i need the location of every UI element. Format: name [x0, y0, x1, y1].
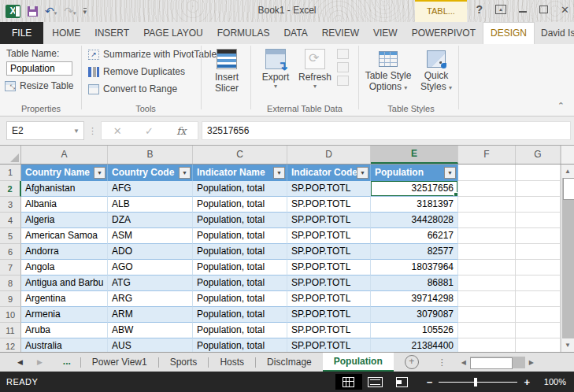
- cell-country-name[interactable]: Armenia: [21, 307, 108, 323]
- ribbon-tab-home[interactable]: HOME: [45, 22, 87, 44]
- cell-indicator-code[interactable]: SP.POP.TOTL: [287, 323, 371, 338]
- cell-country-name[interactable]: Algeria: [21, 213, 108, 228]
- sheet-tab-sports[interactable]: Sports: [159, 353, 209, 372]
- cell-country-name[interactable]: Aruba: [21, 323, 108, 338]
- cell-indicator-code[interactable]: SP.POP.TOTL: [287, 197, 371, 213]
- previous-sheet-icon[interactable]: ◀: [17, 358, 23, 366]
- cell-population[interactable]: 105526: [371, 323, 458, 338]
- table-header-cell-country-code[interactable]: Country Code▼: [108, 165, 193, 181]
- vertical-scroll-thumb[interactable]: [563, 178, 574, 200]
- cell-indicator-name[interactable]: Population, total: [193, 260, 287, 276]
- table-name-input[interactable]: [6, 61, 72, 76]
- column-header-e[interactable]: E: [371, 146, 458, 164]
- name-box[interactable]: E2 ▼: [6, 121, 84, 140]
- row-header-12[interactable]: 12: [0, 338, 21, 352]
- cell-country-code[interactable]: ADO: [108, 244, 193, 260]
- empty-cell[interactable]: [516, 276, 561, 291]
- row-header-11[interactable]: 11: [0, 323, 21, 338]
- ribbon-tab-powerpivot[interactable]: POWERPIVOT: [405, 22, 483, 44]
- row-header-7[interactable]: 7: [0, 260, 21, 276]
- table-header-cell-indicator-name[interactable]: Indicator Name▼: [193, 165, 287, 181]
- filter-dropdown-icon[interactable]: ▼: [179, 167, 191, 179]
- formula-input[interactable]: 32517656: [202, 121, 571, 140]
- summarize-with-pivottable-button[interactable]: ↗ Summarize with PivotTable: [88, 49, 217, 60]
- normal-view-button[interactable]: [335, 374, 362, 390]
- cell-country-name[interactable]: Andorra: [21, 244, 108, 260]
- unlink-icon[interactable]: [337, 76, 349, 86]
- column-header-c[interactable]: C: [193, 146, 287, 164]
- sheet-tab-power-view1[interactable]: Power View1: [81, 353, 158, 372]
- cell-country-name[interactable]: Argentina: [21, 291, 108, 307]
- cell-country-name[interactable]: Australia: [21, 338, 108, 352]
- cell-indicator-name[interactable]: Population, total: [193, 213, 287, 228]
- cell-population[interactable]: 66217: [371, 228, 458, 244]
- horizontal-scrollbar[interactable]: ◀ ▶: [457, 356, 538, 369]
- maximize-icon[interactable]: [539, 6, 548, 13]
- cell-indicator-code[interactable]: SP.POP.TOTL: [287, 244, 371, 260]
- ribbon-tab-page-layou[interactable]: PAGE LAYOU: [136, 22, 210, 44]
- cell-country-code[interactable]: ATG: [108, 276, 193, 291]
- cell-country-code[interactable]: ARM: [108, 307, 193, 323]
- cell-indicator-name[interactable]: Population, total: [193, 228, 287, 244]
- empty-cell[interactable]: [516, 165, 561, 181]
- convert-to-range-button[interactable]: Convert to Range: [88, 83, 177, 94]
- empty-cell[interactable]: [458, 260, 516, 276]
- cell-country-code[interactable]: ALB: [108, 197, 193, 213]
- ribbon-display-options-icon[interactable]: ▴: [495, 5, 506, 14]
- cell-indicator-name[interactable]: Population, total: [193, 244, 287, 260]
- insert-slicer-button[interactable]: Insert Slicer: [206, 47, 247, 94]
- cancel-entry-icon[interactable]: ✕: [113, 125, 122, 137]
- cell-population[interactable]: 18037964: [371, 260, 458, 276]
- cell-country-name[interactable]: Albania: [21, 197, 108, 213]
- filter-dropdown-icon[interactable]: ▼: [273, 167, 285, 179]
- empty-cell[interactable]: [458, 276, 516, 291]
- empty-cell[interactable]: [516, 291, 561, 307]
- scroll-down-icon[interactable]: ▼: [561, 338, 574, 352]
- table-tools-contextual-tab[interactable]: TABL...: [415, 0, 467, 22]
- cell-country-code[interactable]: ASM: [108, 228, 193, 244]
- minimize-icon[interactable]: [519, 11, 527, 14]
- scroll-left-icon[interactable]: ◀: [457, 359, 470, 366]
- ribbon-tab-formulas[interactable]: FORMULAS: [210, 22, 277, 44]
- cell-indicator-name[interactable]: Population, total: [193, 276, 287, 291]
- horizontal-scroll-track[interactable]: [470, 357, 525, 368]
- cell-indicator-name[interactable]: Population, total: [193, 338, 287, 352]
- empty-cell[interactable]: [516, 307, 561, 323]
- cell-country-code[interactable]: ABW: [108, 323, 193, 338]
- row-header-9[interactable]: 9: [0, 291, 21, 307]
- filter-dropdown-icon[interactable]: ▼: [444, 167, 456, 179]
- cell-population[interactable]: 39714298: [371, 291, 458, 307]
- empty-cell[interactable]: [458, 165, 516, 181]
- filter-dropdown-icon[interactable]: ▼: [94, 167, 106, 179]
- name-box-dropdown-icon[interactable]: ▼: [69, 128, 83, 135]
- cell-indicator-name[interactable]: Population, total: [193, 323, 287, 338]
- cell-indicator-code[interactable]: SP.POP.TOTL: [287, 213, 371, 228]
- table-style-options-button[interactable]: Table Style Options ▾: [364, 47, 413, 92]
- cell-indicator-code[interactable]: SP.POP.TOTL: [287, 276, 371, 291]
- close-icon[interactable]: ✕: [561, 4, 569, 16]
- column-header-f[interactable]: F: [458, 146, 516, 164]
- cell-indicator-code[interactable]: SP.POP.TOTL: [287, 181, 371, 197]
- empty-cell[interactable]: [458, 197, 516, 213]
- user-name[interactable]: David Ise...: [541, 28, 574, 39]
- column-header-g[interactable]: G: [516, 146, 561, 164]
- table-header-cell-indicator-code[interactable]: Indicator Code▼: [287, 165, 371, 181]
- cell-indicator-code[interactable]: SP.POP.TOTL: [287, 228, 371, 244]
- cell-indicator-name[interactable]: Population, total: [193, 197, 287, 213]
- row-header-6[interactable]: 6: [0, 244, 21, 260]
- cell-country-code[interactable]: AGO: [108, 260, 193, 276]
- cell-country-name[interactable]: Antigua and Barbu: [21, 276, 108, 291]
- vertical-scroll-track[interactable]: [562, 178, 574, 338]
- confirm-entry-icon[interactable]: ✓: [145, 125, 154, 137]
- open-in-browser-icon[interactable]: [337, 62, 349, 72]
- empty-cell[interactable]: [458, 307, 516, 323]
- empty-cell[interactable]: [516, 338, 561, 352]
- cell-population[interactable]: 3079087: [371, 307, 458, 323]
- column-header-a[interactable]: A: [21, 146, 108, 164]
- new-sheet-icon[interactable]: +: [405, 355, 419, 369]
- properties-icon[interactable]: [337, 49, 349, 59]
- scroll-right-icon[interactable]: ▶: [525, 359, 538, 366]
- export-button[interactable]: Export ▾: [257, 47, 294, 90]
- next-sheet-icon[interactable]: ▶: [37, 358, 43, 366]
- empty-cell[interactable]: [516, 323, 561, 338]
